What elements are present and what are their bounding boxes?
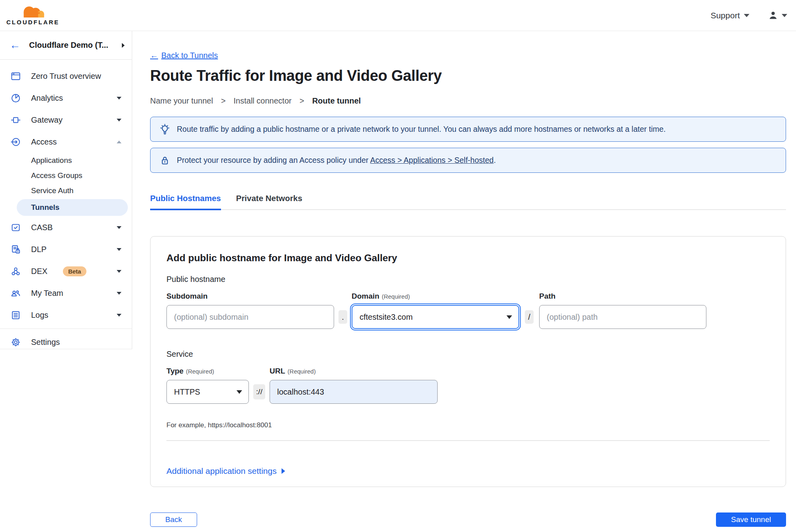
sidebar-item-casb[interactable]: CASB [0,217,132,239]
chevron-down-icon [117,226,121,229]
required-hint: (Required) [186,368,214,375]
service-section-label: Service [166,350,770,359]
access-icon [10,137,21,147]
sidebar-item-logs[interactable]: Logs [0,304,132,326]
hostname-form-row: Subdomain . Domain(Required) cftestsite3… [166,292,770,329]
access-applications-self-hosted-link[interactable]: Access > Applications > Self-hosted [370,156,494,164]
cloudflare-wordmark: CLOUDFLARE [6,19,59,25]
card-divider [166,440,770,441]
required-hint: (Required) [287,368,316,375]
back-to-tunnels-link[interactable]: ← Back to Tunnels [150,51,218,60]
sidebar-subitem-label: Service Auth [31,186,74,195]
user-icon [768,10,778,21]
back-arrow-icon[interactable]: ← [10,40,20,51]
footer-actions: Back Save tunnel [150,512,786,527]
sidebar-item-label: CASB [31,223,107,232]
sidebar-divider [0,329,132,329]
team-icon [10,288,21,299]
user-menu[interactable] [768,10,787,21]
sidebar-item-service-auth[interactable]: Service Auth [0,183,132,198]
path-input[interactable] [539,305,706,329]
additional-application-settings-link[interactable]: Additional application settings [166,466,285,476]
chevron-down-icon [117,248,121,251]
sidebar-item-access[interactable]: Access [0,131,132,153]
chevron-down-icon [117,119,121,121]
domain-select[interactable]: cftestsite3.com [352,305,519,329]
url-label: URL(Required) [270,367,438,376]
dlp-icon [10,244,21,255]
casb-icon [10,222,21,233]
sidebar-item-label: Logs [31,311,107,320]
lightbulb-icon [159,124,170,135]
sidebar-nav: Zero Trust overview Analytics Gateway Ac… [0,60,132,353]
step-separator: > [299,96,304,106]
sidebar-item-label: DLP [31,245,107,254]
support-label: Support [710,11,740,20]
sidebar-item-gateway[interactable]: Gateway [0,109,132,131]
service-type-value: HTTPS [174,387,200,397]
beta-badge: Beta [63,266,86,276]
cloudflare-cloud-icon [19,5,47,18]
gateway-icon [10,115,21,125]
chevron-down-icon [117,270,121,273]
chevron-right-icon[interactable] [122,43,125,48]
subdomain-label: Subdomain [166,292,334,301]
support-menu[interactable]: Support [710,11,749,20]
sidebar-item-label: Access [31,137,107,147]
sidebar-item-tunnels[interactable]: Tunnels [17,199,128,216]
logs-icon [10,310,21,321]
sidebar-item-label: DEX [31,267,47,276]
back-button[interactable]: Back [150,512,197,527]
scheme-separator: :// [253,384,265,399]
back-arrow-icon: ← [150,51,158,60]
back-link-label: Back to Tunnels [161,51,218,60]
banner-text-suffix: . [494,156,496,164]
card-heading: Add public hostname for Image and Video … [166,252,770,264]
type-label: Type(Required) [166,367,249,376]
chevron-down-icon [117,97,121,100]
sidebar: ← Cloudflare Demo (T... Zero Trust overv… [0,31,132,349]
sidebar-item-zero-trust-overview[interactable]: Zero Trust overview [0,65,132,87]
analytics-icon [10,93,21,104]
url-label-text: URL [270,367,285,375]
domain-label-text: Domain [352,292,379,300]
step-install-connector[interactable]: Install connector [234,96,292,106]
slash-separator: / [525,310,534,324]
sidebar-item-applications[interactable]: Applications [0,153,132,168]
info-banner-route-traffic: Route traffic by adding a public hostnam… [150,117,786,142]
page-title: Route Traffic for Image and Video Galler… [150,67,786,84]
chevron-up-icon [117,141,121,143]
chevron-down-icon [782,14,787,17]
sidebar-item-dlp[interactable]: DLP [0,239,132,260]
cloudflare-logo: CLOUDFLARE [6,5,59,25]
required-hint: (Required) [382,293,410,300]
chevron-right-icon [282,468,285,474]
sidebar-item-label: Analytics [31,94,107,103]
step-name-your-tunnel[interactable]: Name your tunnel [150,96,213,106]
main-content: ← Back to Tunnels Route Traffic for Imag… [132,31,796,532]
chevron-down-icon [117,292,121,295]
save-tunnel-button[interactable]: Save tunnel [716,512,786,527]
sidebar-item-access-groups[interactable]: Access Groups [0,168,132,183]
tab-private-networks[interactable]: Private Networks [236,194,302,209]
chevron-down-icon [507,315,512,319]
url-example-hint: For example, https://localhost:8001 [166,421,770,429]
tab-public-hostnames[interactable]: Public Hostnames [150,194,221,210]
service-url-input[interactable] [270,380,438,404]
service-type-select[interactable]: HTTPS [166,380,249,404]
gear-icon [10,337,21,348]
sidebar-item-analytics[interactable]: Analytics [0,87,132,109]
account-name: Cloudflare Demo (T... [29,41,113,50]
chevron-down-icon [117,314,121,317]
public-hostname-section-label: Public hostname [166,275,770,284]
banner-text-prefix: Protect your resource by adding an Acces… [177,156,368,164]
overview-icon [10,71,21,82]
subdomain-input[interactable] [166,305,334,329]
sidebar-item-my-team[interactable]: My Team [0,282,132,304]
sidebar-item-dex[interactable]: DEX Beta [0,260,132,282]
sidebar-subitem-label: Applications [31,156,72,165]
sidebar-item-settings[interactable]: Settings [0,331,132,353]
domain-label: Domain(Required) [352,292,519,301]
sidebar-subitem-label: Tunnels [31,203,59,212]
service-form-row: Type(Required) HTTPS :// URL(Required) [166,367,770,404]
